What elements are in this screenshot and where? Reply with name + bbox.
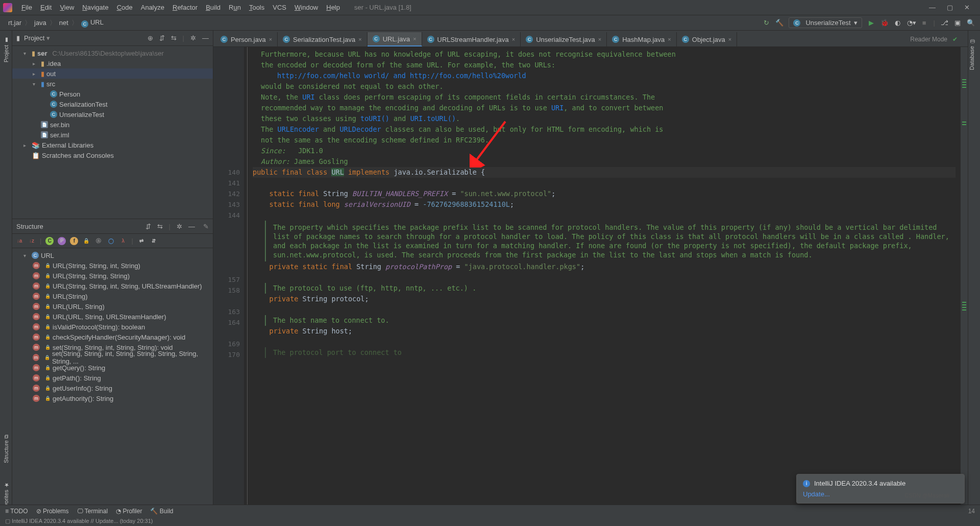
rail-project[interactable]: Project ▮ [3, 33, 9, 66]
crumb-rtjar[interactable]: rt.jar [5, 19, 24, 27]
editor-code[interactable]: Furthermore, because URL has no knowledg… [247, 47, 961, 506]
tab-unserialize[interactable]: CUnserializeTest.java× [521, 32, 607, 46]
tab-person[interactable]: CPerson.java× [215, 32, 278, 46]
edit-icon[interactable]: ✎ [203, 223, 209, 230]
menu-view[interactable]: View [56, 4, 78, 11]
struct-m3[interactable]: m🔒 URL(String) [12, 291, 213, 301]
reload-icon[interactable]: ↻ [762, 19, 770, 27]
menu-edit[interactable]: Edit [36, 4, 56, 11]
close-tab-icon[interactable]: × [598, 36, 601, 42]
sort2-icon[interactable]: ↓z [28, 237, 36, 245]
crumb-net[interactable]: net [56, 19, 71, 27]
build-icon[interactable]: 🔨 [775, 19, 783, 27]
struct-m5[interactable]: m🔒 URL(URL, String, URLStreamHandler) [12, 312, 213, 322]
show-inherit-icon[interactable]: 🔒 [82, 237, 90, 245]
struct-class[interactable]: ▾C URL [12, 250, 213, 260]
crumb-java[interactable]: java [31, 19, 50, 27]
menu-file[interactable]: File [17, 4, 36, 11]
gear-icon[interactable]: ✲ [177, 223, 182, 230]
tree-out[interactable]: ▸▮ out [12, 68, 213, 79]
menu-help[interactable]: Help [322, 4, 344, 11]
hide-struct-icon[interactable]: — [188, 223, 195, 230]
struct-m2[interactable]: m🔒 URL(String, String, int, String, URLS… [12, 281, 213, 291]
tab-hashmap[interactable]: CHashMap.java× [607, 32, 677, 46]
git-icon[interactable]: ⎇ [940, 19, 948, 27]
settings-icon[interactable]: ✲ [190, 34, 196, 42]
tree-scratches[interactable]: 📋 Scratches and Consoles [12, 150, 213, 160]
rail-database[interactable]: Database ⛁ [968, 34, 975, 74]
struct-m9[interactable]: m🔒 set(String, String, int, String, Stri… [12, 352, 213, 363]
close-tab-icon[interactable]: × [269, 36, 272, 42]
tree-serbin[interactable]: 📄 ser.bin [12, 119, 213, 130]
close-tab-icon[interactable]: × [413, 36, 416, 42]
close-tab-icon[interactable]: × [512, 36, 515, 42]
run-icon[interactable]: ▶ [867, 19, 875, 27]
locate-icon[interactable]: ⊕ [148, 34, 153, 42]
tree-idea[interactable]: ▸▮ .idea [12, 58, 213, 68]
tree-src[interactable]: ▾▮ src [12, 79, 213, 89]
collapse-all-icon[interactable]: ⇆ [157, 223, 163, 230]
menu-window[interactable]: Window [290, 4, 322, 11]
tab-serialization[interactable]: CSerializationTest.java× [278, 32, 368, 46]
status-text[interactable]: IntelliJ IDEA 2020.3.4 available // Upda… [12, 518, 153, 524]
struct-m0[interactable]: m🔒 URL(String, String, int, String) [12, 260, 213, 271]
crumb-url[interactable]: CURL [78, 18, 107, 28]
struct-m13[interactable]: m🔒 getAuthority(): String [12, 393, 213, 403]
hide-icon[interactable]: — [202, 34, 209, 42]
struct-m6[interactable]: m🔒 isValidProtocol(String): boolean [12, 322, 213, 332]
show-class-icon[interactable]: C [45, 237, 54, 245]
run-config-selector[interactable]: C UnserializeTest ▾ [789, 17, 862, 28]
menu-tools[interactable]: Tools [245, 4, 268, 11]
collapse-icon[interactable]: ⇆ [171, 34, 177, 42]
menu-analyze[interactable]: Analyze [137, 4, 168, 11]
menu-build[interactable]: Build [202, 4, 225, 11]
error-stripe[interactable] [961, 47, 968, 506]
maximize-icon[interactable]: ▢ [947, 4, 953, 11]
tool-problems[interactable]: ⊘ Problems [36, 508, 69, 515]
profile-icon[interactable]: ◔▾ [907, 19, 915, 27]
tab-object[interactable]: CObject.java× [677, 32, 737, 46]
struct-m7[interactable]: m🔒 checkSpecifyHandler(SecurityManager):… [12, 332, 213, 342]
tree-person[interactable]: C Person [12, 89, 213, 99]
close-tab-icon[interactable]: × [358, 36, 361, 42]
tree-seriml[interactable]: 📄 ser.iml [12, 130, 213, 140]
show-field-icon[interactable]: f [70, 237, 78, 245]
menu-navigate[interactable]: Navigate [78, 4, 112, 11]
stop-icon[interactable]: ■ [920, 19, 928, 27]
status-icon[interactable]: ▢ [5, 518, 10, 524]
search-icon[interactable]: 🔍 [967, 19, 975, 27]
menu-code[interactable]: Code [113, 4, 137, 11]
tab-url[interactable]: CURL.java× [368, 32, 422, 46]
show-impl-icon[interactable]: ◯ [107, 237, 115, 245]
project-panel-title[interactable]: Project ▾ [24, 34, 50, 42]
tree-unserialize[interactable]: C UnserializeTest [12, 109, 213, 119]
tab-urlstreamhandler[interactable]: CURLStreamHandler.java× [422, 32, 521, 46]
close-tab-icon[interactable]: × [668, 36, 671, 42]
menu-refactor[interactable]: Refactor [168, 4, 202, 11]
expand-icon[interactable]: ⇵ [159, 34, 165, 42]
minimize-icon[interactable]: ― [929, 4, 936, 11]
autoscroll2-icon[interactable]: ⇵ [150, 237, 158, 245]
coverage-icon[interactable]: ◐ [894, 19, 902, 27]
rail-structure[interactable]: Structure ⧉ [3, 431, 9, 467]
expand-all-icon[interactable]: ⇵ [145, 223, 151, 230]
close-tab-icon[interactable]: × [728, 36, 731, 42]
tool-build[interactable]: 🔨 Build [150, 508, 173, 515]
show-lambda-icon[interactable]: λ [119, 237, 127, 245]
debug-icon[interactable]: 🐞 [880, 19, 889, 27]
struct-m1[interactable]: m🔒 URL(String, String, String) [12, 271, 213, 281]
tool-profiler[interactable]: ◔ Profiler [116, 508, 142, 515]
reader-mode-label[interactable]: Reader Mode ✔ [910, 36, 958, 43]
show-prop-icon[interactable]: P [58, 237, 66, 245]
menu-vcs[interactable]: VCS [268, 4, 290, 11]
tool-terminal[interactable]: 🖵 Terminal [77, 508, 108, 515]
tree-extlib[interactable]: ▸📚 External Libraries [12, 140, 213, 150]
tree-serialization[interactable]: C SerializationTest [12, 99, 213, 109]
struct-m12[interactable]: m🔒 getUserInfo(): String [12, 383, 213, 393]
menu-run[interactable]: Run [225, 4, 245, 11]
tool-todo[interactable]: ≡ TODO [5, 508, 28, 515]
autoscroll-icon[interactable]: ⇄ [137, 237, 145, 245]
tree-root[interactable]: ▾▮ serC:\Users\86135\Desktop\web\java\se… [12, 48, 213, 58]
editor-gutter[interactable]: 140141142143144 157158 163164 169170 [213, 47, 244, 506]
show-anon-icon[interactable]: ⓐ [94, 237, 103, 245]
